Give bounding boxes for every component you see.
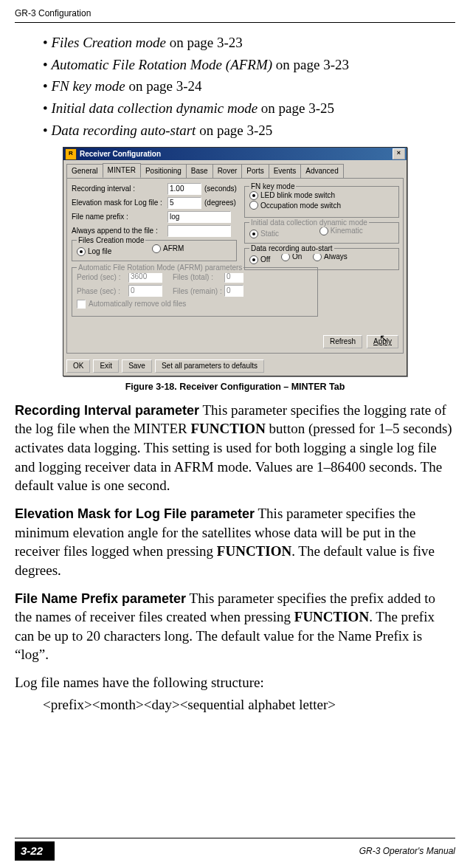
app-icon: R [65, 148, 77, 160]
recording-interval-unit: (seconds) [204, 184, 237, 194]
radio-label: Off [260, 255, 270, 265]
bullet-term: FN key mode [51, 78, 125, 94]
radio-label: Log file [88, 247, 111, 257]
close-button[interactable]: × [393, 148, 405, 159]
para-bold: FUNCTION [294, 609, 369, 624]
auto-remove-checkbox[interactable]: Automatically remove old files [77, 299, 186, 309]
tab-events[interactable]: Events [269, 164, 302, 179]
bullet-term: Initial data collection dynamic mode [51, 100, 258, 116]
bullet-term: Files Creation mode [51, 35, 166, 50]
append-label: Always append to the file : [72, 226, 167, 236]
radio-static[interactable]: Static [249, 229, 279, 239]
file-prefix-input[interactable]: log [167, 211, 231, 223]
para-lead: Elevation Mask for Log File parameter [15, 506, 255, 521]
elevation-mask-label: Elevation mask for Log file : [72, 198, 167, 208]
radio-log-file[interactable]: Log file [77, 247, 111, 257]
radio-occupation[interactable]: Occupation mode switch [249, 201, 341, 211]
defaults-button[interactable]: Set all parameters to defaults [155, 359, 264, 373]
afrm-group: Automatic File Rotation Mode (AFRM) para… [72, 267, 318, 316]
window-title: Receiver Configuration [80, 149, 161, 159]
paragraph-elevation-mask: Elevation Mask for Log File parameter Th… [15, 504, 455, 580]
phase-input[interactable]: 0 [128, 285, 162, 297]
bullet-rest: on page 3-24 [125, 78, 202, 94]
figure-caption: Figure 3-18. Receiver Configuration – MI… [15, 381, 455, 393]
exit-button[interactable]: Exit [93, 359, 119, 373]
file-prefix-label: File name prefix : [72, 212, 167, 222]
autostart-legend: Data recording auto-start [249, 244, 334, 254]
dialog-window: R Receiver Configuration × General MINTE… [63, 147, 407, 376]
auto-remove-label: Automatically remove old files [89, 299, 186, 309]
radio-label: AFRM [163, 244, 184, 254]
fn-key-group: FN key mode LED blink mode switch Occupa… [244, 186, 399, 218]
recording-interval-label: Recording interval : [72, 184, 167, 194]
tab-advanced[interactable]: Advanced [300, 164, 343, 179]
bullet-rest: on page 3-23 [272, 57, 349, 72]
manual-title: GR-3 Operator's Manual [359, 845, 455, 857]
paragraph-log-structure: <prefix><month><day><sequential alphabet… [43, 695, 455, 714]
elevation-mask-unit: (degrees) [204, 198, 236, 208]
para-lead: Recording Interval parameter [15, 403, 199, 418]
radio-label: Occupation mode switch [260, 201, 341, 211]
period-label: Period (sec) : [77, 272, 128, 283]
elevation-mask-input[interactable]: 5 [167, 197, 201, 209]
page-footer: 3-22 GR-3 Operator's Manual [0, 838, 470, 861]
radio-afrm[interactable]: AFRM [152, 244, 184, 254]
list-item: Data recording auto-start on page 3-25 [43, 121, 455, 140]
fn-key-legend: FN key mode [249, 182, 296, 192]
radio-label: Static [260, 229, 279, 239]
radio-led-blink[interactable]: LED blink mode switch [249, 190, 335, 201]
list-item: Initial data collection dynamic mode on … [43, 99, 455, 118]
para-bold: FUNCTION [217, 543, 291, 559]
ok-button[interactable]: OK [66, 359, 90, 373]
refresh-button[interactable]: Refresh [323, 335, 362, 348]
bullet-rest: on page 3-23 [166, 35, 243, 50]
files-creation-group: Files Creation mode Log file AFRM [72, 240, 237, 262]
titlebar[interactable]: R Receiver Configuration × [63, 148, 407, 160]
save-button[interactable]: Save [122, 359, 152, 373]
tab-general[interactable]: General [66, 164, 103, 179]
tab-positioning[interactable]: Positioning [140, 164, 187, 179]
list-item: Files Creation mode on page 3-23 [43, 33, 455, 52]
apply-button[interactable]: Apply [367, 335, 398, 348]
files-total-label: Files (total) : [173, 272, 224, 283]
init-dynamic-group: Initial data collection dynamic mode Sta… [244, 222, 399, 244]
bullet-list: Files Creation mode on page 3-23 Automat… [15, 33, 455, 140]
figure: R Receiver Configuration × General MINTE… [15, 147, 455, 393]
tab-minter[interactable]: MINTER [103, 163, 141, 178]
header-rule [15, 22, 455, 23]
append-input[interactable] [167, 225, 231, 237]
radio-label: LED blink mode switch [260, 190, 335, 201]
bullet-term: Automatic File Rotation Mode (AFRM) [51, 57, 272, 72]
tab-strip: General MINTER Positioning Base Rover Po… [66, 163, 404, 178]
files-remain-label: Files (remain) : [173, 286, 224, 297]
tab-pane: Recording interval : 1.00 (seconds) Elev… [66, 178, 404, 354]
running-header: GR-3 Configuration [15, 7, 455, 19]
paragraph-file-prefix: File Name Prefix parameter This paramete… [15, 589, 455, 665]
autostart-group: Data recording auto-start Off On Always [244, 248, 399, 270]
recording-interval-input[interactable]: 1.00 [167, 183, 201, 195]
phase-label: Phase (sec) : [77, 286, 128, 297]
bullet-rest: on page 3-25 [258, 100, 334, 116]
page-number: 3-22 [15, 841, 55, 861]
radio-off[interactable]: Off [249, 255, 270, 265]
afrm-legend: Automatic File Rotation Mode (AFRM) para… [77, 263, 243, 273]
bottom-button-bar: OK Exit Save Set all parameters to defau… [63, 356, 407, 376]
list-item: Automatic File Rotation Mode (AFRM) on p… [43, 55, 455, 75]
list-item: FN key mode on page 3-24 [43, 77, 455, 96]
para-lead: File Name Prefix parameter [15, 591, 186, 606]
files-remain-input[interactable]: 0 [224, 285, 243, 297]
bullet-rest: on page 3-25 [196, 123, 272, 138]
files-creation-legend: Files Creation mode [77, 235, 145, 246]
init-dynamic-legend: Initial data collection dynamic mode [249, 218, 369, 228]
paragraph-recording-interval: Recording Interval parameter This parame… [15, 401, 455, 495]
paragraph-log-structure-intro: Log file names have the following struct… [15, 673, 455, 692]
bullet-term: Data recording auto-start [51, 123, 196, 138]
para-bold: FUNCTION [191, 421, 266, 436]
tab-rover[interactable]: Rover [212, 164, 243, 179]
tab-base[interactable]: Base [186, 164, 213, 179]
tab-ports[interactable]: Ports [241, 164, 269, 179]
